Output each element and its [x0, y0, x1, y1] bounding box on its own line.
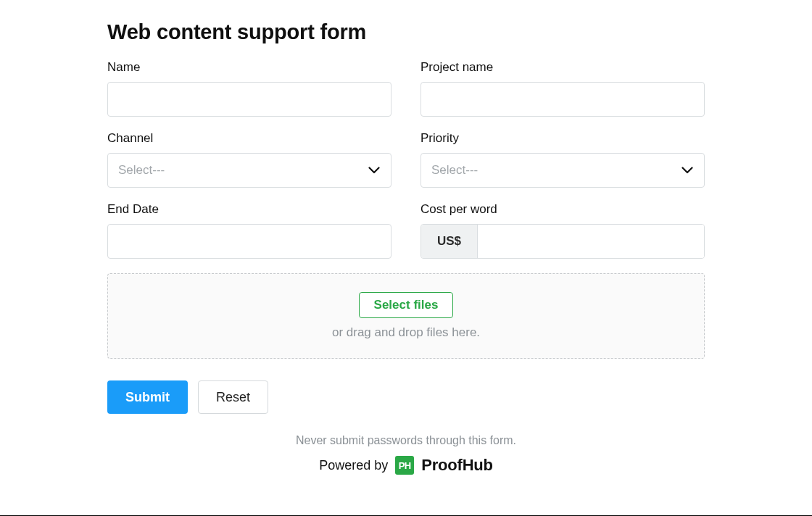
field-end-date: End Date	[107, 202, 392, 259]
powered-by-label: Powered by	[319, 458, 388, 473]
form-container: Web content support form Name Project na…	[0, 0, 812, 475]
select-priority[interactable]	[420, 153, 705, 188]
input-cost-per-word[interactable]	[478, 225, 704, 258]
field-priority: Priority	[420, 131, 705, 188]
form-row-3: End Date Cost per word US$	[107, 202, 705, 259]
input-end-date[interactable]	[107, 224, 392, 259]
reset-button[interactable]: Reset	[198, 380, 268, 414]
label-priority: Priority	[420, 131, 705, 146]
proofhub-brand-name: ProofHub	[421, 456, 493, 475]
field-project-name: Project name	[420, 60, 705, 117]
powered-by: Powered by PH ProofHub	[107, 456, 705, 475]
input-name[interactable]	[107, 82, 392, 117]
label-project-name: Project name	[420, 60, 705, 75]
upload-hint: or drag and drop files here.	[332, 325, 480, 340]
label-cost-per-word: Cost per word	[420, 202, 705, 217]
form-row-2: Channel Priority	[107, 131, 705, 188]
password-warning: Never submit passwords through this form…	[107, 434, 705, 447]
submit-button[interactable]: Submit	[107, 380, 188, 414]
form-row-1: Name Project name	[107, 60, 705, 117]
form-actions: Submit Reset	[107, 380, 705, 414]
field-cost-per-word: Cost per word US$	[420, 202, 705, 259]
label-name: Name	[107, 60, 392, 75]
select-priority-wrapper	[420, 153, 705, 188]
proofhub-logo-icon: PH	[395, 456, 414, 475]
field-channel: Channel	[107, 131, 392, 188]
field-name: Name	[107, 60, 392, 117]
currency-prefix: US$	[421, 225, 478, 258]
input-project-name[interactable]	[420, 82, 705, 117]
select-channel-wrapper	[107, 153, 392, 188]
file-upload-zone[interactable]: Select files or drag and drop files here…	[107, 273, 705, 359]
page-title: Web content support form	[107, 20, 705, 44]
select-files-button[interactable]: Select files	[359, 292, 454, 318]
form-footer: Never submit passwords through this form…	[107, 434, 705, 475]
label-channel: Channel	[107, 131, 392, 146]
currency-group: US$	[420, 224, 705, 259]
label-end-date: End Date	[107, 202, 392, 217]
select-channel[interactable]	[107, 153, 392, 188]
